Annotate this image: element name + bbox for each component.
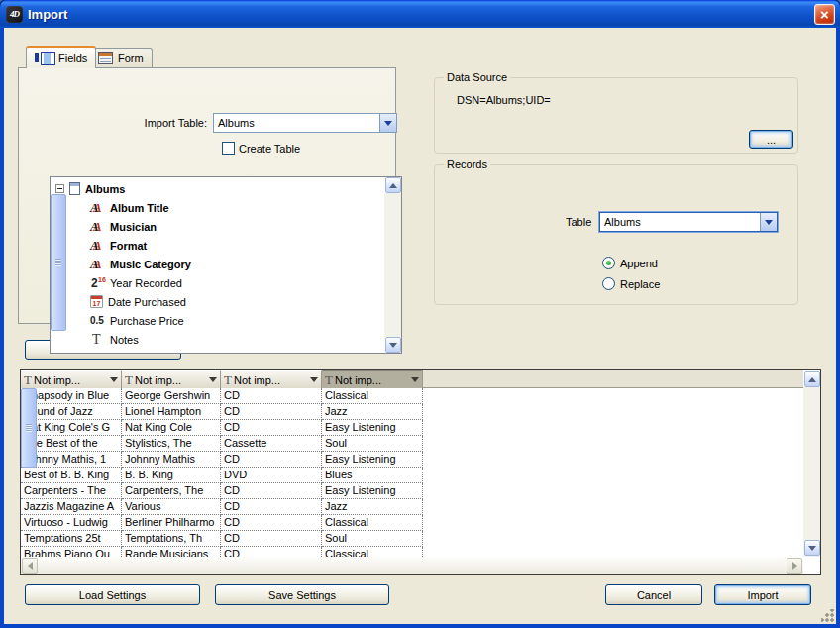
alpha-field-icon [90,258,105,271]
cancel-button[interactable]: Cancel [605,584,702,605]
grid-cell: Berliner Philharmo [122,515,221,531]
import-table-select[interactable]: Albums [213,113,397,133]
text-type-icon: T [224,372,232,388]
grid-scroll-down-button[interactable] [804,540,820,556]
grid-column-header[interactable]: T Not imp... [322,370,423,388]
tab-form[interactable]: Form [89,48,153,68]
grid-scroll-left-button[interactable] [22,558,38,574]
tree-item-field[interactable]: Format [51,236,384,255]
tree-item-field[interactable]: Album Title [51,198,384,217]
grid-column-header[interactable]: T Not imp... [21,370,122,388]
tree-root-albums[interactable]: Albums [51,179,384,198]
text-type-icon: T [325,372,333,388]
grid-cell: Temptations, Th [122,531,221,547]
replace-radio[interactable] [602,277,615,290]
alpha-field-icon [90,352,105,354]
grid-cell: CD [221,531,322,547]
tree-item-label: Album Title [110,202,169,214]
tree-item-field[interactable]: Performed by [51,349,384,353]
tree-scroll-down-button[interactable] [385,337,401,353]
grid-cell: CD [221,388,322,404]
browse-data-source-button[interactable]: ... [749,130,793,149]
resize-grip[interactable] [821,609,834,622]
grid-cell: DVD [221,468,322,483]
tree-scroll-up-button[interactable] [385,177,401,193]
tree-item-field[interactable]: Date Purchased [51,292,384,311]
grid-cell: B. B. King [122,468,221,483]
tree-item-field[interactable]: Musician [51,217,384,236]
grid-row: Carpenters - TheCarpenters, TheCDEasy Li… [21,483,803,499]
save-settings-button[interactable]: Save Settings [215,584,389,605]
grid-cell: Soul [322,436,423,452]
tree-item-label: Purchase Price [110,315,184,327]
load-settings-button[interactable]: Load Settings [25,584,200,605]
chevron-down-icon [209,377,217,382]
alpha-field-icon [90,239,105,253]
text-type-icon: T [125,372,133,388]
append-option[interactable]: Append [602,257,658,269]
chevron-down-icon [110,377,118,382]
grid-scrollbar-track[interactable] [803,387,820,557]
tree-item-label: Date Purchased [108,296,186,308]
tab-form-label: Form [118,52,144,64]
tree-item-field[interactable]: Notes [51,330,384,349]
grid-cell: CD [221,452,322,468]
tree-item-field[interactable]: Purchase Price [51,311,384,330]
grid-row: Virtuoso - LudwigBerliner PhilharmoCDCla… [21,515,803,531]
records-table-select[interactable]: Albums [599,212,778,232]
tab-fields[interactable]: Fields [26,46,96,68]
grid-row: Rhapsody in BlueGeorge GershwinCDClassic… [21,388,803,404]
import-dialog: 4D Import × Fields Form Import Table: Al… [0,0,840,628]
grid-scrollbar-thumb[interactable] [21,388,37,468]
tree-item-field[interactable]: Music Category [51,255,384,273]
import-table-value: Albums [214,117,379,129]
grid-row: Temptations 25tTemptations, ThCDSoul [21,531,803,547]
tree-item-label: Performed by [110,353,175,354]
titlebar[interactable]: 4D Import × [0,0,840,28]
grid-cell: Best of B. B. King [21,468,122,483]
tree-item-field[interactable]: Year Recorded [51,273,384,292]
grid-cell: Jazzis Magazine A [21,499,122,515]
grid-cell: Johnny Mathis [122,452,221,468]
create-table-checkbox[interactable] [222,142,235,155]
grid-scroll-right-button[interactable] [787,558,802,574]
grid-row: Best of B. B. KingB. B. KingDVDBlues [21,468,803,483]
tree-scrollbar-thumb[interactable] [51,194,66,331]
alpha-field-icon [90,220,105,234]
real-field-icon [90,314,105,328]
import-button[interactable]: Import [714,584,811,605]
grid-row: Jazzis Magazine AVariousCDJazz [21,499,803,515]
chevron-down-icon [379,114,396,132]
grid-column-header[interactable]: T Not imp... [221,370,322,388]
grid-cell: Nat King Cole [122,420,221,436]
tree-item-label: Format [110,240,147,252]
grid-header-row: T Not imp... T Not imp... T Not imp... T… [21,370,803,388]
grid-cell: Easy Listening [322,483,423,499]
records-table-label: Table [566,216,591,228]
chevron-down-icon [310,377,318,382]
grid-scroll-up-button[interactable] [804,371,820,387]
grid-cell: CD [221,547,322,557]
close-button[interactable]: × [814,4,835,25]
tree-scrollbar-track[interactable] [384,193,401,337]
dsn-text: DSN=Albums;UID= [457,94,551,106]
dialog-body: Fields Form Import Table: Albums Create … [4,28,836,624]
append-label: Append [620,258,658,269]
grid-cell: CD [221,420,322,436]
create-table-label: Create Table [239,143,300,155]
alpha-field-icon [90,201,105,215]
grid-cell: Carpenters, The [122,483,221,499]
grid-cell: Carpenters - The [21,483,122,499]
replace-option[interactable]: Replace [602,277,660,290]
grid-cell: CD [221,499,322,515]
append-radio[interactable] [602,257,615,269]
tree-root-label: Albums [85,183,125,195]
collapse-icon[interactable] [55,184,64,193]
grid-cell: Classical [322,388,423,404]
grid-column-header[interactable]: T Not imp... [122,370,221,388]
form-tab-icon [98,52,113,64]
window-title: Import [28,7,67,22]
fields-tab-panel: Import Table: Albums Create Table Albums… [18,67,396,324]
grid-hscrollbar-track[interactable] [21,557,803,574]
table-icon [69,182,80,195]
